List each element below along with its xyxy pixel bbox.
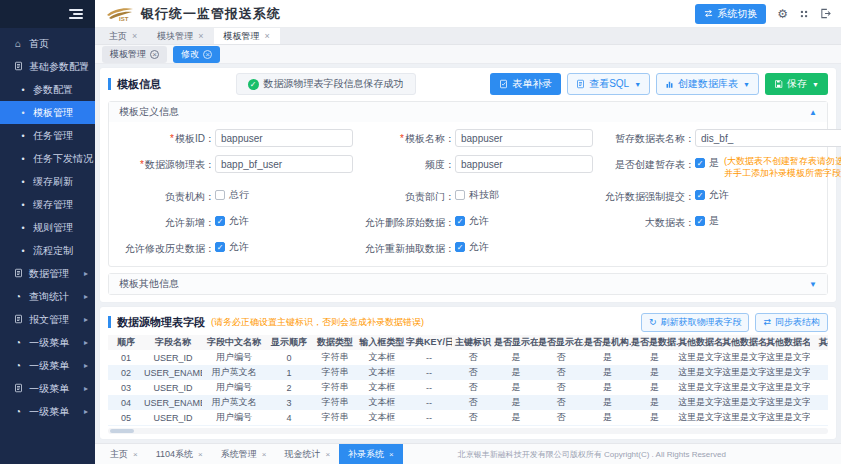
close-icon[interactable]: ×: [198, 31, 203, 41]
checkbox-text: 允许: [469, 239, 489, 254]
horizontal-scrollbar[interactable]: [108, 428, 828, 434]
checkbox-11[interactable]: ✓: [695, 216, 705, 226]
sidebar-item-6[interactable]: •缓存刷新: [0, 170, 95, 193]
checkbox-8[interactable]: ✓: [695, 190, 705, 200]
fullscreen-grid-icon[interactable]: [799, 9, 809, 19]
table-cell: 4: [266, 410, 312, 425]
close-icon[interactable]: ×: [133, 450, 138, 459]
sidebar-item-0[interactable]: ⌂首页: [0, 32, 95, 55]
checkbox-9[interactable]: ✓: [215, 216, 225, 226]
app-root: ⌂首页基础参数配置▾•参数配置•模板管理•任务管理•任务下发情况•缓存刷新•缓存…: [0, 0, 841, 464]
field-label-text: 允许新增: [165, 217, 205, 228]
close-icon[interactable]: ×: [265, 31, 270, 41]
collapse-down-icon[interactable]: ▼: [809, 280, 817, 289]
field-input-4[interactable]: [455, 155, 593, 173]
close-icon[interactable]: ×: [389, 450, 394, 459]
button-0[interactable]: ↻刷新获取物理表字段: [641, 313, 750, 332]
table-cell: USER_ID: [144, 380, 202, 395]
sidebar-item-13[interactable]: ◔一级菜单▸: [0, 331, 95, 354]
sidebar-item-10[interactable]: 数据管理▸: [0, 262, 95, 285]
table-cell: 否: [538, 380, 584, 395]
sidebar-item-label: 一级菜单: [29, 336, 69, 350]
button-label: 同步表结构: [775, 316, 820, 329]
bottom-tab-0[interactable]: 主页×: [101, 444, 147, 464]
sidebar-item-11[interactable]: ◔查询统计▸: [0, 285, 95, 308]
column-header-1: 字段名称: [144, 335, 202, 350]
bottom-tab-3[interactable]: 现金统计×: [275, 444, 339, 464]
checkbox-7[interactable]: [455, 190, 465, 200]
sidebar-item-8[interactable]: •规则管理: [0, 216, 95, 239]
table-cell: [810, 395, 828, 410]
checkbox-10[interactable]: ✓: [455, 216, 465, 226]
breadcrumb-chip-1[interactable]: 修改×: [173, 46, 220, 63]
checkbox-12[interactable]: ✓: [215, 242, 225, 252]
field-input-2[interactable]: [695, 129, 841, 147]
close-icon[interactable]: ×: [198, 450, 203, 459]
field-label-text: 允许数据强制提交: [605, 191, 685, 202]
logout-icon[interactable]: [820, 8, 831, 19]
table-row[interactable]: 06USER_ENAME用户英文名5字符串文本框--否是否是是这里是文字这里是文…: [108, 425, 828, 426]
table-row[interactable]: 05USER_ID用户编号4字符串文本框--否是否是是这里是文字这里是文字这里是…: [108, 410, 828, 425]
close-icon[interactable]: ×: [325, 450, 330, 459]
workspace-tab-0[interactable]: 主页×: [99, 28, 147, 44]
checkbox-6[interactable]: [215, 190, 225, 200]
table-cell: 这里是文字: [722, 410, 766, 425]
other-section-header[interactable]: 模板其他信息 ▼: [109, 274, 827, 294]
sidebar-item-14[interactable]: ◔一级菜单▸: [0, 354, 95, 377]
table-row[interactable]: 02USER_ENAME用户英文名1字符串文本框--否是否是是这里是文字这里是文…: [108, 365, 828, 380]
close-icon[interactable]: ×: [150, 50, 159, 59]
close-icon[interactable]: ×: [262, 450, 267, 459]
sidebar-item-12[interactable]: 报文管理▸: [0, 308, 95, 331]
bottom-tab-2[interactable]: 系统管理×: [212, 444, 276, 464]
table-row[interactable]: 04USER_ENAME用户英文名3字符串文本框--否是否是是这里是文字这里是文…: [108, 395, 828, 410]
breadcrumb-chip-0[interactable]: 模板管理×: [102, 46, 167, 63]
button-1[interactable]: ⇄同步表结构: [755, 313, 828, 332]
system-switch-button[interactable]: 系统切换: [695, 4, 766, 24]
settings-gear-icon[interactable]: ⚙: [777, 8, 788, 20]
dropdown-caret-icon[interactable]: ▼: [743, 81, 750, 88]
dropdown-caret-icon[interactable]: ▼: [812, 81, 819, 88]
table-cell: 字符串: [312, 350, 358, 365]
sidebar-item-9[interactable]: •流程定制: [0, 239, 95, 262]
close-icon[interactable]: ×: [132, 31, 137, 41]
sidebar-item-3[interactable]: •模板管理: [0, 101, 95, 124]
definition-section: 模板定义信息 ▲ *模板ID：*模板名称：暂存数据表名称：*数据源物理表：频度：…: [108, 101, 828, 267]
button-2[interactable]: 创建数据库表▼: [656, 73, 759, 95]
sidebar-item-7[interactable]: •缓存管理: [0, 193, 95, 216]
field-input-3[interactable]: [215, 155, 353, 173]
table-cell: 是: [584, 395, 631, 410]
sidebar-item-5[interactable]: •任务下发情况: [0, 147, 95, 170]
button-3[interactable]: 保存▼: [765, 73, 828, 95]
form-field-4: 频度：: [357, 155, 593, 179]
checkbox-13[interactable]: ✓: [455, 242, 465, 252]
workspace-tab-1[interactable]: 模块管理×: [147, 28, 213, 44]
field-input-1[interactable]: [455, 129, 593, 147]
checkbox-5[interactable]: ✓: [695, 158, 705, 168]
bottom-tab-1[interactable]: 1104系统×: [147, 444, 212, 464]
scrollbar-thumb[interactable]: [110, 429, 134, 433]
table-cell: [810, 380, 828, 395]
menu-collapse-icon[interactable]: [69, 7, 83, 21]
sidebar-item-1[interactable]: 基础参数配置▾: [0, 55, 95, 78]
workspace-tab-2[interactable]: 模板管理×: [214, 28, 280, 44]
sidebar-item-4[interactable]: •任务管理: [0, 124, 95, 147]
other-section-title: 模板其他信息: [119, 277, 179, 291]
primary-key-warning: (请务必正确设置主键标识，否则会造成补录数据错误): [211, 316, 424, 329]
field-input-0[interactable]: [215, 129, 353, 147]
button-label: 刷新获取物理表字段: [660, 316, 741, 329]
sidebar-item-15[interactable]: 一级菜单▸: [0, 377, 95, 400]
collapse-up-icon[interactable]: ▲: [809, 108, 817, 117]
definition-section-header[interactable]: 模板定义信息 ▲: [109, 102, 827, 122]
table-row[interactable]: 01USER_ID用户编号0字符串文本框--否是否是是这里是文字这里是文字这里是…: [108, 350, 828, 365]
button-0[interactable]: 表单补录: [490, 73, 561, 95]
sidebar-item-2[interactable]: •参数配置: [0, 78, 95, 101]
pie-icon: ◔: [12, 291, 24, 302]
close-icon[interactable]: ×: [203, 50, 212, 59]
swap-icon: [704, 9, 713, 18]
table-row[interactable]: 03USER_ID用户编号2字符串文本框--否是否是是这里是文字这里是文字这里是…: [108, 380, 828, 395]
dropdown-caret-icon[interactable]: ▼: [634, 81, 641, 88]
bottom-tab-4[interactable]: 补录系统×: [339, 444, 403, 464]
checkbox-text: 是: [709, 213, 719, 228]
button-1[interactable]: 查看SQL▼: [567, 73, 650, 95]
sidebar-item-16[interactable]: ◔一级菜单▸: [0, 400, 95, 423]
